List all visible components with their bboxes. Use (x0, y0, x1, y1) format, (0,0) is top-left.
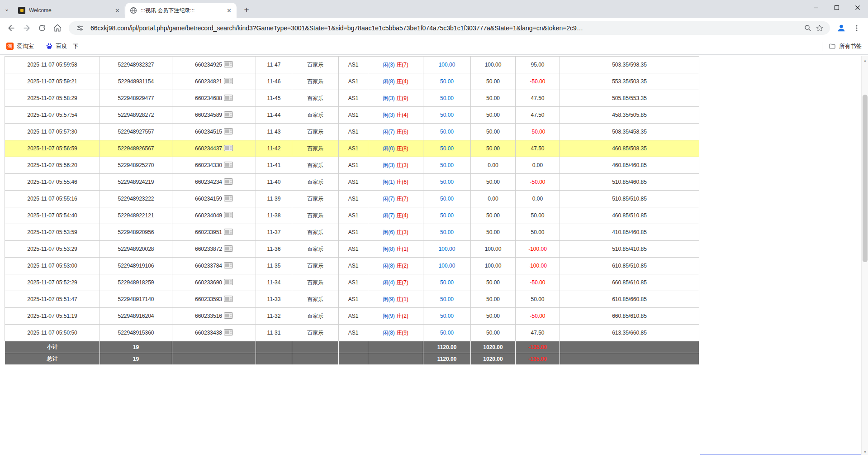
video-icon[interactable] (224, 212, 233, 220)
scroll-up-icon[interactable]: ▲ (862, 57, 868, 64)
close-button[interactable] (847, 0, 868, 15)
table-row[interactable]: 2025-11-07 05:53:59522948920956660233951… (5, 224, 699, 241)
bookmark-baidu[interactable]: 百度一下 (46, 43, 79, 50)
table-row[interactable]: 2025-11-07 05:55:46522948924219660234234… (5, 174, 699, 191)
table-row[interactable]: 2025-11-07 05:53:29522948920028660233872… (5, 241, 699, 258)
cell-order-no: 522948917140 (100, 291, 172, 308)
video-icon[interactable] (224, 111, 233, 119)
cell-order-no: 522948920956 (100, 224, 172, 241)
minimize-button[interactable] (806, 0, 826, 15)
cell-game-id: 660234049 (172, 207, 256, 224)
scrollbar-thumb[interactable] (863, 95, 868, 262)
video-icon[interactable] (224, 312, 233, 320)
banker-bet: 庄(6) (396, 179, 408, 185)
summary-result-total: -135.00 (516, 341, 560, 353)
game-id-text: 660234437 (195, 145, 222, 151)
table-row[interactable]: 2025-11-07 05:59:58522948932327660234925… (5, 57, 699, 73)
game-id-text: 660233872 (195, 245, 222, 252)
video-icon[interactable] (224, 162, 233, 169)
new-tab-button[interactable]: + (240, 4, 253, 16)
table-row[interactable]: 2025-11-07 05:53:00522948919106660233784… (5, 258, 699, 274)
game-id-text: 660234049 (195, 212, 222, 218)
maximize-button[interactable] (826, 0, 847, 15)
video-icon[interactable] (224, 145, 233, 153)
cell-valid-amount: 100.00 (471, 258, 516, 274)
cell-balance: 410.85/460.85 (560, 224, 699, 241)
cell-round: 11-40 (256, 174, 292, 191)
table-row[interactable]: 2025-11-07 05:57:54522948928272660234589… (5, 107, 699, 124)
bookmark-star-icon[interactable] (814, 22, 825, 34)
profile-icon[interactable] (834, 20, 849, 36)
cell-game-name: 百家乐 (292, 274, 339, 291)
cell-valid-amount: 100.00 (471, 57, 516, 73)
video-icon[interactable] (224, 61, 233, 69)
video-icon[interactable] (224, 329, 233, 337)
table-row[interactable]: 2025-11-07 05:56:59522948926567660234437… (5, 140, 699, 157)
cell-bet-amount: 50.00 (423, 157, 471, 174)
summary-count: 19 (100, 341, 172, 353)
cell-bet-time: 2025-11-07 05:57:54 (5, 107, 100, 124)
forward-icon[interactable] (19, 20, 34, 36)
back-icon[interactable] (4, 20, 19, 36)
table-row[interactable]: 2025-11-07 05:58:29522948929477660234688… (5, 90, 699, 107)
chevron-down-icon[interactable]: ⌄ (0, 0, 14, 18)
vertical-scrollbar[interactable]: ▲ ▼ (861, 56, 868, 455)
cell-game-id: 660233593 (172, 291, 256, 308)
cell-bet-amount: 50.00 (423, 191, 471, 207)
zoom-icon[interactable] (802, 22, 814, 34)
tab-welcome[interactable]: Welcome ✕ (14, 3, 125, 18)
cell-order-no: 522948929477 (100, 90, 172, 107)
table-row[interactable]: 2025-11-07 05:51:47522948917140660233593… (5, 291, 699, 308)
all-bookmarks-button[interactable]: 所有书签 (829, 43, 862, 50)
video-icon[interactable] (224, 195, 233, 203)
table-row[interactable]: 2025-11-07 05:54:40522948922121660234049… (5, 207, 699, 224)
table-row[interactable]: 2025-11-07 05:51:19522948916204660233516… (5, 308, 699, 325)
cell-win-loss: -50.00 (516, 308, 560, 325)
menu-dots-icon[interactable] (849, 20, 864, 36)
video-icon[interactable] (224, 245, 233, 253)
table-row[interactable]: 2025-11-07 05:59:21522948931154660234821… (5, 73, 699, 90)
table-row[interactable]: 2025-11-07 05:50:50522948915360660233438… (5, 325, 699, 341)
video-icon[interactable] (224, 262, 233, 270)
url-text: 66cxkj98.com/ipl/portal.php/game/betreco… (90, 24, 797, 32)
banker-bet: 庄(9) (396, 330, 408, 336)
tab-bet-record[interactable]: :::视讯 会员下注纪录::: ✕ (125, 3, 237, 18)
banker-bet: 庄(6) (396, 129, 408, 135)
video-icon[interactable] (224, 178, 233, 186)
table-row[interactable]: 2025-11-07 05:57:30522948927557660234515… (5, 124, 699, 140)
bookmark-aitaobao[interactable]: 淘 爱淘宝 (6, 43, 34, 50)
table-row[interactable]: 2025-11-07 05:52:29522948918259660233690… (5, 274, 699, 291)
home-icon[interactable] (50, 20, 65, 36)
table-row[interactable]: 2025-11-07 05:55:16522948923222660234159… (5, 191, 699, 207)
close-tab-icon[interactable]: ✕ (114, 7, 121, 14)
video-icon[interactable] (224, 279, 233, 287)
video-icon[interactable] (224, 128, 233, 136)
scroll-down-icon[interactable]: ▼ (862, 449, 868, 455)
game-id-text: 660234821 (195, 78, 222, 84)
cell-game-id: 660234330 (172, 157, 256, 174)
cell-balance: 553.35/503.35 (560, 73, 699, 90)
close-tab-icon[interactable]: ✕ (225, 7, 233, 14)
video-icon[interactable] (224, 78, 233, 86)
video-icon[interactable] (224, 296, 233, 303)
video-icon[interactable] (224, 229, 233, 236)
cell-bet-amount: 50.00 (423, 124, 471, 140)
banker-bet: 庄(7) (396, 279, 408, 286)
address-bar[interactable]: 66cxkj98.com/ipl/portal.php/game/betreco… (69, 21, 830, 35)
game-id-text: 660234925 (195, 61, 222, 67)
cell-valid-amount: 50.00 (471, 325, 516, 341)
video-icon[interactable] (224, 95, 233, 102)
cell-table-name: AS1 (339, 308, 368, 325)
cell-bet-amount: 100.00 (423, 57, 471, 73)
reload-icon[interactable] (34, 20, 50, 36)
banker-bet: 庄(1) (396, 246, 408, 252)
banker-bet: 庄(4) (396, 78, 408, 85)
cell-bet-time: 2025-11-07 05:56:59 (5, 140, 100, 157)
cell-game-name: 百家乐 (292, 124, 339, 140)
table-row[interactable]: 2025-11-07 05:56:20522948925270660234330… (5, 157, 699, 174)
site-info-icon[interactable] (74, 22, 86, 34)
cell-valid-amount: 50.00 (471, 291, 516, 308)
game-id-text: 660233593 (195, 296, 222, 302)
cell-round: 11-42 (256, 140, 292, 157)
summary-label: 总计 (5, 353, 100, 365)
